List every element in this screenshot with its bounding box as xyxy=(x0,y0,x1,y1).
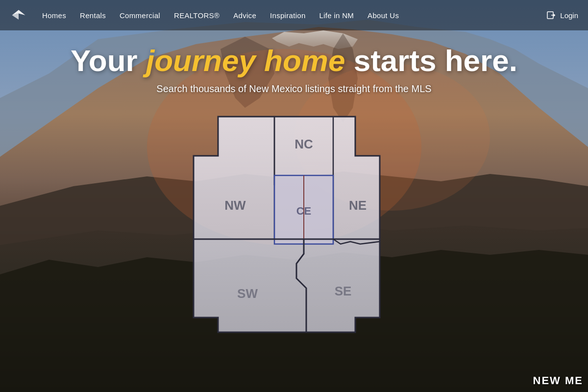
nw-label: NW xyxy=(224,198,246,213)
svg-marker-12 xyxy=(12,13,19,20)
nm-map: NC NW NE CE SW SE xyxy=(189,112,399,337)
hero-title-italic: journey home xyxy=(146,44,345,77)
logo[interactable] xyxy=(10,6,27,24)
navbar: Homes Rentals Commercial REALTORS® Advic… xyxy=(0,0,588,30)
nav-realtors[interactable]: REALTORS® xyxy=(174,11,220,20)
logo-icon xyxy=(10,6,27,24)
nav-life-in-nm[interactable]: Life in NM xyxy=(319,11,354,20)
sw-label: SW xyxy=(237,286,258,301)
watermark: NEW ME xyxy=(533,374,583,387)
ce-label: CE xyxy=(296,205,312,217)
hero-title-end: starts here. xyxy=(345,44,517,77)
nc-label: NC xyxy=(294,137,313,151)
login-icon xyxy=(546,10,556,20)
nav-links: Homes Rentals Commercial REALTORS® Advic… xyxy=(42,11,546,20)
hero-title-start: Your xyxy=(71,44,146,77)
login-label: Login xyxy=(560,11,578,20)
nm-map-svg: NC NW NE CE SW SE xyxy=(189,112,399,337)
ne-label: NE xyxy=(349,198,367,213)
hero-title: Your journey home starts here. xyxy=(71,44,517,77)
nav-homes[interactable]: Homes xyxy=(42,11,66,20)
nav-about-us[interactable]: About Us xyxy=(368,11,399,20)
login-button[interactable]: Login xyxy=(546,10,578,20)
hero-subtitle: Search thousands of New Mexico listings … xyxy=(156,83,431,95)
svg-marker-15 xyxy=(554,14,555,17)
nav-rentals[interactable]: Rentals xyxy=(80,11,106,20)
nav-inspiration[interactable]: Inspiration xyxy=(270,11,306,20)
hero-section: Your journey home starts here. Search th… xyxy=(0,0,588,392)
se-label: SE xyxy=(335,284,352,298)
nav-advice[interactable]: Advice xyxy=(233,11,256,20)
nav-commercial[interactable]: Commercial xyxy=(120,11,160,20)
